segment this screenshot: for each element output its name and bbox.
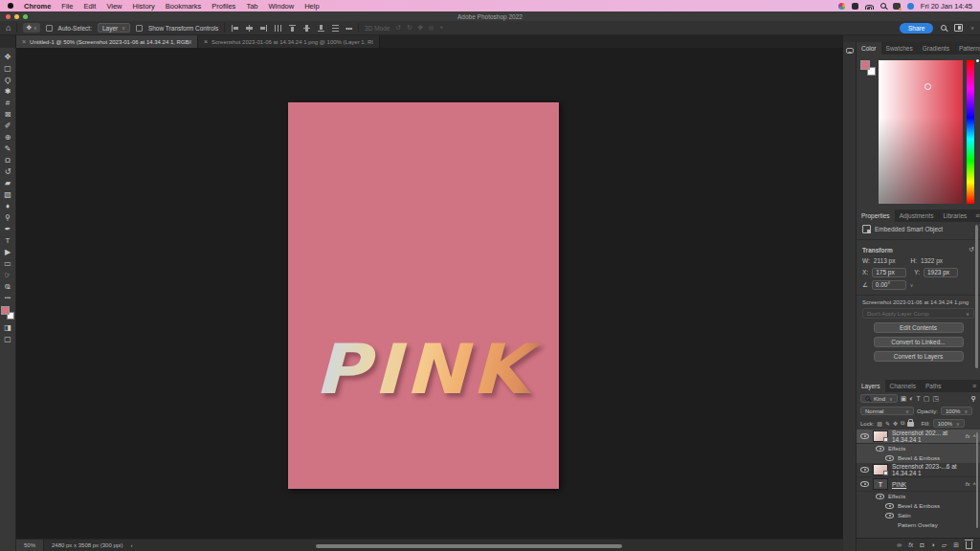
app-tray-icon[interactable]: [852, 3, 858, 10]
lock-artboard-icon[interactable]: ⧉: [901, 420, 904, 427]
reset-transform-icon[interactable]: ↺: [969, 246, 974, 253]
user-switcher-icon[interactable]: [893, 3, 901, 10]
workspace-icon[interactable]: [954, 24, 963, 32]
apple-logo-icon[interactable]: [8, 3, 13, 9]
comments-panel-icon[interactable]: [846, 48, 854, 54]
layer-row-pink-text[interactable]: T PINK fx˄: [857, 477, 980, 492]
effects-header-row[interactable]: Effects: [857, 444, 980, 453]
type-tool[interactable]: T: [2, 234, 14, 246]
wifi-icon[interactable]: [865, 3, 874, 10]
link-layers-icon[interactable]: ∞: [897, 541, 902, 548]
filter-shape-layers-icon[interactable]: ▢: [924, 395, 930, 403]
shape-tool[interactable]: ▭: [2, 257, 14, 269]
layer-thumbnail[interactable]: [873, 430, 888, 442]
auto-select-dropdown[interactable]: Layer ∨: [98, 23, 130, 33]
status-chevron-icon[interactable]: ›: [130, 542, 132, 548]
filter-image-layers-icon[interactable]: ▣: [901, 395, 907, 403]
tab-libraries[interactable]: Libraries: [938, 209, 971, 222]
show-transform-checkbox[interactable]: [136, 25, 143, 32]
brush-tool[interactable]: ✎: [2, 143, 14, 154]
add-mask-icon[interactable]: ◘: [920, 541, 924, 548]
home-icon[interactable]: ⌂: [6, 23, 11, 33]
align-left-edges-icon[interactable]: [231, 24, 239, 33]
edit-contents-button[interactable]: Edit Contents: [874, 322, 964, 333]
saturation-brightness-field[interactable]: [879, 60, 963, 204]
frame-tool[interactable]: ⊠: [2, 108, 14, 120]
dodge-tool[interactable]: ⚲: [2, 211, 14, 223]
eyedropper-tool[interactable]: ✐: [2, 120, 14, 131]
fx-badge[interactable]: fx: [966, 481, 970, 487]
canvas-area[interactable]: PINK: [16, 48, 843, 539]
align-right-edges-icon[interactable]: [259, 24, 268, 33]
edit-toolbar-button[interactable]: •••: [2, 292, 14, 303]
panel-menu-icon[interactable]: ≡: [971, 209, 980, 222]
clone-stamp-tool[interactable]: Ω: [2, 154, 14, 165]
menubar-clock[interactable]: Fri 20 Jan 14:45: [921, 2, 972, 11]
layers-scrollbar[interactable]: [976, 432, 978, 528]
visibility-eye-icon[interactable]: [860, 433, 869, 439]
effect-row-bevel-emboss[interactable]: Bevel & Emboss: [857, 453, 980, 463]
spotlight-search-icon[interactable]: [880, 3, 886, 9]
align-vertical-centers-icon[interactable]: [302, 24, 311, 33]
convert-to-layers-button[interactable]: Convert to Layers: [874, 351, 964, 362]
align-horizontal-centers-icon[interactable]: [245, 24, 254, 33]
fill-dropdown[interactable]: 100% ∨: [933, 419, 965, 428]
color-wheel-icon[interactable]: [838, 3, 845, 10]
properties-scrollbar[interactable]: [975, 225, 978, 368]
document-canvas[interactable]: PINK: [288, 102, 559, 489]
lock-all-icon[interactable]: [907, 422, 914, 427]
filter-pin-icon[interactable]: ⚲: [971, 395, 976, 403]
menu-item-profiles[interactable]: Profiles: [212, 2, 235, 11]
tab-color[interactable]: Color: [857, 42, 881, 55]
menu-item-edit[interactable]: Edit: [83, 2, 96, 11]
pen-tool[interactable]: ✒: [2, 223, 14, 234]
menu-item-view[interactable]: View: [106, 2, 122, 11]
layer-thumbnail[interactable]: [873, 464, 888, 475]
lock-transparency-icon[interactable]: ▨: [877, 420, 882, 427]
tab-swatches[interactable]: Swatches: [881, 42, 918, 55]
zoom-tool[interactable]: Ҩ: [2, 280, 14, 292]
blend-mode-dropdown[interactable]: Normal ∨: [860, 407, 914, 415]
effects-header-row[interactable]: Effects: [857, 492, 980, 501]
chevron-down-icon[interactable]: ∨: [910, 282, 914, 288]
menu-item-bookmarks[interactable]: Bookmarks: [166, 2, 202, 11]
panel-menu-icon[interactable]: ≡: [969, 380, 980, 392]
hue-slider[interactable]: [967, 60, 974, 204]
lasso-tool[interactable]: Ϙ: [2, 74, 14, 85]
menu-item-history[interactable]: History: [133, 2, 155, 11]
color-picker-marker[interactable]: [924, 83, 931, 90]
layer-row-smart-object[interactable]: Screenshot 202... at 14.34.24 1 fx˄: [857, 430, 980, 444]
menu-item-chrome[interactable]: Chrome: [24, 2, 51, 11]
tab-channels[interactable]: Channels: [885, 380, 921, 392]
close-tab-icon[interactable]: ×: [204, 38, 208, 45]
menu-item-help[interactable]: Help: [304, 2, 319, 11]
fx-badge[interactable]: fx: [966, 433, 970, 439]
tray-app-icon[interactable]: [907, 3, 914, 10]
marquee-tool[interactable]: ▢: [2, 62, 14, 74]
hue-slider-marker[interactable]: [976, 59, 979, 62]
y-position-field[interactable]: 1923 px: [924, 268, 958, 277]
quick-selection-tool[interactable]: ✱: [2, 85, 14, 97]
document-tab-untitled[interactable]: × Untitled-1 @ 50% (Screenshot 2023-01-0…: [16, 35, 198, 48]
search-icon[interactable]: [941, 25, 947, 31]
healing-brush-tool[interactable]: ⊕: [2, 131, 14, 143]
layer-comp-select[interactable]: Don't Apply Layer Comp ∨: [862, 308, 974, 319]
menu-item-window[interactable]: Window: [268, 2, 294, 11]
gradient-tool[interactable]: ▧: [2, 188, 14, 200]
layer-row-screenshot[interactable]: Screenshot 2023-...6 at 14.34.24 1: [857, 463, 980, 477]
lock-position-icon[interactable]: ✥: [893, 420, 898, 427]
filter-smart-object-icon[interactable]: ◳: [932, 395, 939, 403]
effect-row-pattern-overlay[interactable]: Pattern Overlay: [857, 520, 980, 530]
new-layer-icon[interactable]: ⊞: [953, 541, 959, 549]
path-select-tool[interactable]: ▶: [2, 246, 14, 257]
quick-mask-icon[interactable]: ◨: [2, 321, 14, 333]
eraser-tool[interactable]: ▰: [2, 177, 14, 188]
zoom-level-field[interactable]: 50%: [16, 540, 44, 551]
visibility-eye-icon[interactable]: [885, 503, 894, 509]
active-tool-button[interactable]: ✥ ∨: [23, 23, 39, 33]
crop-tool[interactable]: #: [2, 97, 14, 108]
blur-tool[interactable]: ♦: [2, 200, 14, 211]
history-brush-tool[interactable]: ↺: [2, 165, 14, 177]
convert-to-linked-button[interactable]: Convert to Linked...: [874, 337, 964, 347]
delete-layer-icon[interactable]: [966, 541, 972, 549]
